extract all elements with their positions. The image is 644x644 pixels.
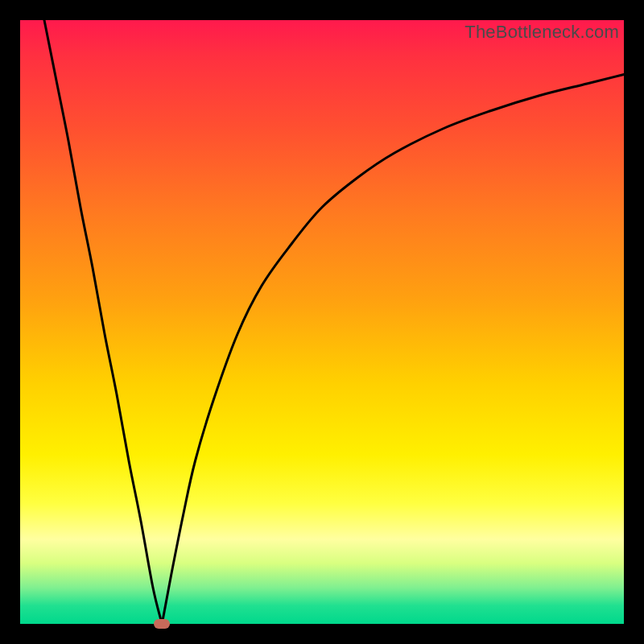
bottleneck-marker — [154, 619, 170, 629]
curve-right-branch — [162, 75, 624, 625]
plot-area: TheBottleneck.com — [20, 20, 624, 624]
curve-left-branch — [44, 20, 162, 624]
bottleneck-curve — [20, 20, 624, 624]
